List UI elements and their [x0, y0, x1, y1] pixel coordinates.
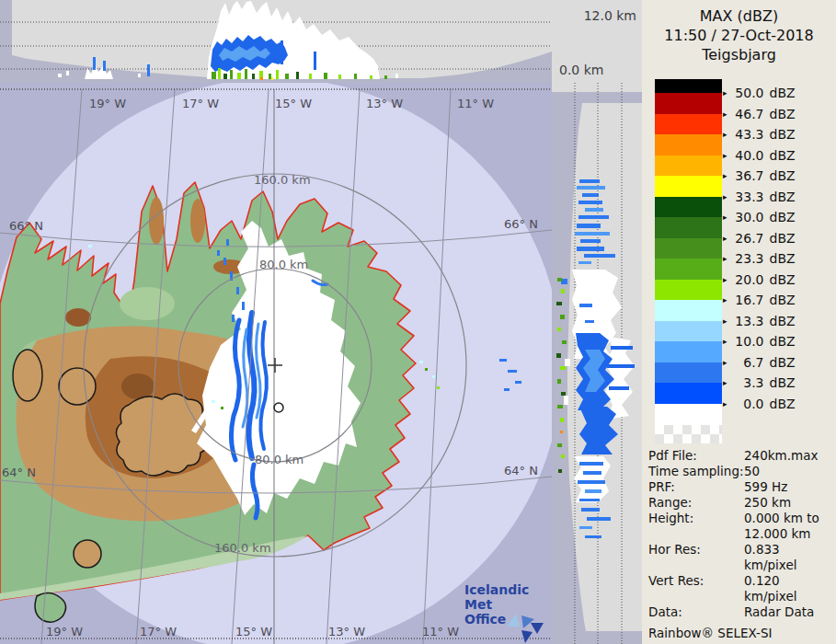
scale-band-transparent	[655, 425, 722, 443]
software-footer: Rainbow® SELEX-SI	[648, 626, 832, 641]
scale-label: ▸46.7dBZ	[723, 107, 796, 121]
scale-value: 23.3	[730, 251, 764, 266]
meridian-label: 13° W	[366, 97, 403, 110]
scale-value: 3.3	[730, 375, 764, 390]
scale-value: 20.0	[730, 272, 764, 287]
scale-label: ▸6.7dBZ	[723, 355, 796, 370]
meridian-label: 11° W	[422, 625, 459, 638]
metadata-row: Time sampling:50	[648, 464, 832, 479]
metadata-value: Radar Data	[744, 604, 814, 620]
metadata-row: Range:250 km	[648, 495, 832, 511]
scale-tick-arrow-icon: ▸	[723, 275, 727, 284]
scale-tick-arrow-icon: ▸	[723, 358, 727, 367]
scale-label: ▸20.0dBZ	[723, 272, 796, 287]
parallel-label: 66° N	[9, 219, 43, 233]
scale-tick-arrow-icon: ▸	[723, 295, 727, 305]
scale-band	[655, 176, 722, 197]
meridian-label: 19° W	[46, 625, 83, 638]
metadata-label: Vert Res:	[648, 573, 744, 604]
scale-label: ▸33.3dBZ	[723, 190, 796, 204]
metadata-label: Data:	[648, 604, 744, 620]
scale-value: 50.0	[730, 86, 764, 100]
icelandic-met-office-logo: Icelandic Met Office	[464, 582, 549, 627]
metadata-value: 50	[744, 464, 760, 479]
scale-label: ▸10.0dBZ	[723, 334, 796, 349]
scale-unit: dBZ	[770, 231, 796, 246]
scale-value: 6.7	[730, 355, 764, 370]
scale-unit: dBZ	[770, 293, 796, 307]
scale-band-below-min	[655, 404, 722, 425]
scale-value: 10.0	[730, 334, 764, 349]
scale-tick-arrow-icon: ▸	[723, 151, 727, 160]
meridian-label: 15° W	[275, 97, 312, 110]
scale-unit: dBZ	[770, 251, 796, 266]
scale-band	[655, 155, 722, 177]
metadata-row: Vert Res:0.120 km/pixel	[648, 573, 832, 604]
scale-tick-arrow-icon: ▸	[723, 192, 727, 201]
parallel-label: 64° N	[504, 464, 538, 477]
metadata-label: PRF:	[648, 479, 744, 495]
scale-tick-arrow-icon: ▸	[723, 316, 727, 326]
scale-band	[655, 383, 722, 404]
meridian-label: 13° W	[328, 625, 365, 638]
height-axis-max: 12.0 km	[584, 8, 636, 23]
scale-band	[655, 238, 722, 259]
scale-unit: dBZ	[770, 86, 796, 100]
metadata-value: 240km.max	[744, 448, 818, 464]
ring-label: 160.0 km	[254, 173, 311, 187]
scale-band	[655, 362, 722, 384]
scale-label: ▸13.3dBZ	[723, 314, 796, 328]
scale-value: 13.3	[730, 314, 764, 328]
scale-band	[655, 280, 722, 301]
metadata-label: Time sampling:	[648, 464, 744, 479]
scale-unit: dBZ	[770, 334, 796, 349]
scale-value: 46.7	[730, 107, 764, 121]
height-axis-labels: 12.0 km 0.0 km	[552, 0, 642, 83]
scale-band	[655, 134, 722, 155]
scale-unit: dBZ	[770, 168, 796, 183]
scale-unit: dBZ	[770, 107, 796, 121]
metadata-label: Hor Res:	[648, 542, 744, 573]
scale-unit: dBZ	[770, 210, 796, 224]
scale-unit: dBZ	[770, 127, 796, 142]
scale-value: 36.7	[730, 168, 764, 183]
product-datetime: 11:50 / 27-Oct-2018	[642, 26, 836, 45]
scale-tick-arrow-icon: ▸	[723, 254, 727, 263]
scale-tick-arrow-icon: ▸	[723, 234, 727, 243]
metadata-row: PRF:599 Hz	[648, 479, 832, 495]
scale-band	[655, 217, 722, 238]
scale-label: ▸30.0dBZ	[723, 210, 796, 224]
metadata-value: 0.833 km/pixel	[744, 542, 832, 573]
scale-unit: dBZ	[770, 148, 796, 163]
scale-tick-arrow-icon: ▸	[723, 213, 727, 222]
meridian-label: 19° W	[89, 97, 126, 110]
scale-unit: dBZ	[770, 355, 796, 370]
scale-band	[655, 300, 722, 321]
metadata-value: 0.120 km/pixel	[744, 573, 832, 604]
scale-band	[655, 321, 722, 342]
meridian-label: 17° W	[140, 625, 177, 638]
scale-value: 26.7	[730, 231, 764, 246]
ring-label: 80.0 km	[255, 453, 303, 466]
ring-label: 80.0 km	[259, 258, 308, 271]
height-axis-min: 0.0 km	[559, 63, 603, 77]
metadata-row: Height:0.000 km to 12.000 km	[648, 511, 832, 542]
scale-band	[655, 197, 722, 218]
radar-display-window: 12.0 km 0.0 km	[0, 0, 836, 644]
meridian-label: 17° W	[182, 97, 219, 110]
metadata-rows: Pdf File:240km.maxTime sampling:50PRF:59…	[648, 448, 832, 620]
scale-tick-arrow-icon: ▸	[723, 378, 727, 387]
scale-value: 30.0	[730, 210, 764, 224]
scale-band	[655, 341, 722, 362]
scale-unit: dBZ	[770, 272, 796, 287]
metadata-row: Hor Res:0.833 km/pixel	[648, 542, 832, 573]
radar-map: 19° W 17° W 15° W 13° W 11° W 19° W 17° …	[0, 83, 552, 644]
scale-label: ▸16.7dBZ	[723, 293, 796, 307]
ring-label: 160.0 km	[214, 541, 271, 555]
scale-unit: dBZ	[770, 375, 796, 390]
scale-label: ▸50.0dBZ	[723, 86, 796, 100]
cross-section-right-panel	[552, 83, 642, 644]
scale-band	[655, 93, 722, 114]
scale-label: ▸40.0dBZ	[723, 148, 796, 163]
scale-value: 16.7	[730, 293, 764, 307]
